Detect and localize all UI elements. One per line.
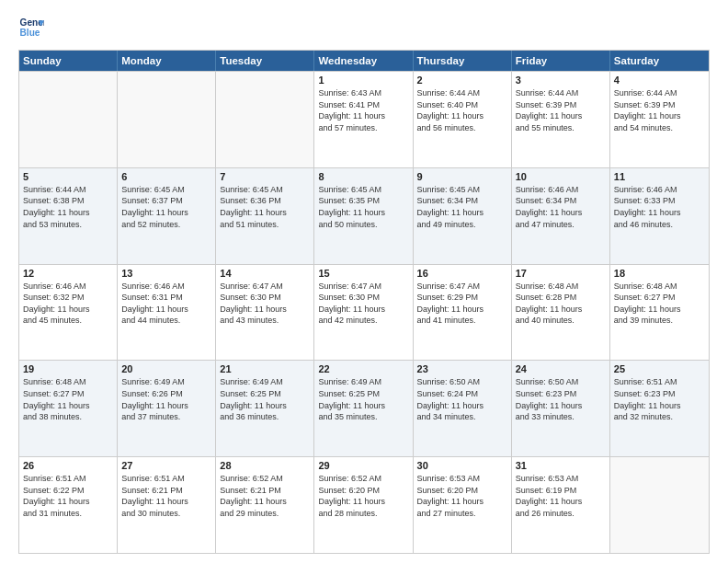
calendar-day: 31Sunrise: 6:53 AM Sunset: 6:19 PM Dayli… — [512, 457, 610, 553]
day-info: Sunrise: 6:52 AM Sunset: 6:21 PM Dayligh… — [220, 473, 310, 519]
day-number: 25 — [614, 363, 705, 374]
weekday-header: Wednesday — [314, 51, 413, 71]
calendar-day: 26Sunrise: 6:51 AM Sunset: 6:22 PM Dayli… — [19, 457, 118, 553]
day-number: 15 — [318, 268, 408, 279]
day-number: 23 — [417, 363, 507, 374]
day-info: Sunrise: 6:51 AM Sunset: 6:22 PM Dayligh… — [23, 473, 113, 519]
day-number: 8 — [318, 171, 408, 182]
calendar-day: 21Sunrise: 6:49 AM Sunset: 6:25 PM Dayli… — [216, 361, 314, 456]
day-info: Sunrise: 6:46 AM Sunset: 6:34 PM Dayligh… — [516, 184, 606, 230]
day-info: Sunrise: 6:44 AM Sunset: 6:38 PM Dayligh… — [23, 184, 113, 230]
day-info: Sunrise: 6:48 AM Sunset: 6:27 PM Dayligh… — [23, 376, 113, 422]
calendar-day: 17Sunrise: 6:48 AM Sunset: 6:28 PM Dayli… — [512, 265, 610, 361]
day-number: 20 — [121, 363, 211, 374]
day-info: Sunrise: 6:49 AM Sunset: 6:25 PM Dayligh… — [220, 376, 310, 422]
calendar-row: 26Sunrise: 6:51 AM Sunset: 6:22 PM Dayli… — [19, 456, 709, 553]
calendar-day: 12Sunrise: 6:46 AM Sunset: 6:32 PM Dayli… — [19, 265, 118, 361]
day-number: 27 — [121, 460, 211, 471]
weekday-header: Thursday — [414, 51, 512, 71]
day-number: 28 — [220, 460, 310, 471]
day-number: 22 — [318, 363, 408, 374]
day-number: 10 — [516, 171, 606, 182]
day-info: Sunrise: 6:47 AM Sunset: 6:29 PM Dayligh… — [417, 281, 507, 327]
weekday-header: Sunday — [19, 51, 118, 71]
calendar-header: SundayMondayTuesdayWednesdayThursdayFrid… — [19, 51, 709, 71]
day-number: 17 — [516, 268, 606, 279]
calendar-day: 28Sunrise: 6:52 AM Sunset: 6:21 PM Dayli… — [216, 457, 314, 553]
day-info: Sunrise: 6:45 AM Sunset: 6:35 PM Dayligh… — [318, 184, 408, 230]
day-info: Sunrise: 6:50 AM Sunset: 6:23 PM Dayligh… — [516, 376, 606, 422]
calendar-row: 12Sunrise: 6:46 AM Sunset: 6:32 PM Dayli… — [19, 264, 709, 361]
day-number: 30 — [417, 460, 507, 471]
day-info: Sunrise: 6:53 AM Sunset: 6:19 PM Dayligh… — [516, 473, 606, 519]
day-number: 5 — [23, 171, 113, 182]
calendar-day: 24Sunrise: 6:50 AM Sunset: 6:23 PM Dayli… — [512, 361, 610, 456]
calendar-day: 25Sunrise: 6:51 AM Sunset: 6:23 PM Dayli… — [610, 361, 709, 456]
calendar-day: 7Sunrise: 6:45 AM Sunset: 6:36 PM Daylig… — [216, 168, 314, 264]
day-info: Sunrise: 6:51 AM Sunset: 6:23 PM Dayligh… — [614, 376, 705, 422]
day-info: Sunrise: 6:49 AM Sunset: 6:25 PM Dayligh… — [318, 376, 408, 422]
calendar-day: 16Sunrise: 6:47 AM Sunset: 6:29 PM Dayli… — [414, 265, 512, 361]
calendar-day: 3Sunrise: 6:44 AM Sunset: 6:39 PM Daylig… — [512, 72, 610, 167]
day-info: Sunrise: 6:46 AM Sunset: 6:31 PM Dayligh… — [121, 281, 211, 327]
calendar-day: 30Sunrise: 6:53 AM Sunset: 6:20 PM Dayli… — [414, 457, 512, 553]
day-info: Sunrise: 6:44 AM Sunset: 6:39 PM Dayligh… — [516, 87, 606, 133]
day-info: Sunrise: 6:45 AM Sunset: 6:34 PM Dayligh… — [417, 184, 507, 230]
day-number: 29 — [318, 460, 408, 471]
day-number: 31 — [516, 460, 606, 471]
header: General Blue — [18, 15, 710, 40]
calendar-day: 20Sunrise: 6:49 AM Sunset: 6:26 PM Dayli… — [118, 361, 216, 456]
day-number: 4 — [614, 75, 705, 86]
day-number: 7 — [220, 171, 310, 182]
empty-day — [19, 72, 118, 167]
calendar-day: 1Sunrise: 6:43 AM Sunset: 6:41 PM Daylig… — [314, 72, 413, 167]
calendar-row: 19Sunrise: 6:48 AM Sunset: 6:27 PM Dayli… — [19, 360, 709, 456]
calendar-day: 19Sunrise: 6:48 AM Sunset: 6:27 PM Dayli… — [19, 361, 118, 456]
logo-icon: General Blue — [18, 15, 44, 40]
day-info: Sunrise: 6:44 AM Sunset: 6:40 PM Dayligh… — [417, 87, 507, 133]
day-number: 14 — [220, 268, 310, 279]
day-number: 16 — [417, 268, 507, 279]
calendar-day: 15Sunrise: 6:47 AM Sunset: 6:30 PM Dayli… — [314, 265, 413, 361]
calendar-day: 14Sunrise: 6:47 AM Sunset: 6:30 PM Dayli… — [216, 265, 314, 361]
calendar-day: 10Sunrise: 6:46 AM Sunset: 6:34 PM Dayli… — [512, 168, 610, 264]
day-info: Sunrise: 6:47 AM Sunset: 6:30 PM Dayligh… — [318, 281, 408, 327]
day-info: Sunrise: 6:45 AM Sunset: 6:36 PM Dayligh… — [220, 184, 310, 230]
day-number: 3 — [516, 75, 606, 86]
svg-text:Blue: Blue — [20, 28, 40, 38]
day-info: Sunrise: 6:46 AM Sunset: 6:32 PM Dayligh… — [23, 281, 113, 327]
day-number: 19 — [23, 363, 113, 374]
day-info: Sunrise: 6:51 AM Sunset: 6:21 PM Dayligh… — [121, 473, 211, 519]
calendar-day: 22Sunrise: 6:49 AM Sunset: 6:25 PM Dayli… — [314, 361, 413, 456]
weekday-header: Tuesday — [216, 51, 314, 71]
calendar-day: 9Sunrise: 6:45 AM Sunset: 6:34 PM Daylig… — [414, 168, 512, 264]
calendar-body: 1Sunrise: 6:43 AM Sunset: 6:41 PM Daylig… — [19, 71, 709, 553]
logo: General Blue — [18, 15, 44, 40]
calendar-day: 27Sunrise: 6:51 AM Sunset: 6:21 PM Dayli… — [118, 457, 216, 553]
empty-day — [118, 72, 216, 167]
day-number: 2 — [417, 75, 507, 86]
day-info: Sunrise: 6:48 AM Sunset: 6:27 PM Dayligh… — [614, 281, 705, 327]
day-number: 13 — [121, 268, 211, 279]
day-info: Sunrise: 6:49 AM Sunset: 6:26 PM Dayligh… — [121, 376, 211, 422]
empty-day — [216, 72, 314, 167]
weekday-header: Friday — [512, 51, 610, 71]
calendar-day: 2Sunrise: 6:44 AM Sunset: 6:40 PM Daylig… — [414, 72, 512, 167]
weekday-header: Monday — [118, 51, 216, 71]
day-number: 9 — [417, 171, 507, 182]
day-number: 18 — [614, 268, 705, 279]
calendar: SundayMondayTuesdayWednesdayThursdayFrid… — [18, 50, 710, 554]
day-number: 1 — [318, 75, 408, 86]
day-number: 11 — [614, 171, 705, 182]
day-number: 26 — [23, 460, 113, 471]
day-info: Sunrise: 6:45 AM Sunset: 6:37 PM Dayligh… — [121, 184, 211, 230]
day-info: Sunrise: 6:53 AM Sunset: 6:20 PM Dayligh… — [417, 473, 507, 519]
calendar-day: 11Sunrise: 6:46 AM Sunset: 6:33 PM Dayli… — [610, 168, 709, 264]
calendar-day: 6Sunrise: 6:45 AM Sunset: 6:37 PM Daylig… — [118, 168, 216, 264]
day-number: 6 — [121, 171, 211, 182]
calendar-day: 4Sunrise: 6:44 AM Sunset: 6:39 PM Daylig… — [610, 72, 709, 167]
calendar-day: 13Sunrise: 6:46 AM Sunset: 6:31 PM Dayli… — [118, 265, 216, 361]
day-info: Sunrise: 6:47 AM Sunset: 6:30 PM Dayligh… — [220, 281, 310, 327]
day-number: 24 — [516, 363, 606, 374]
calendar-day: 29Sunrise: 6:52 AM Sunset: 6:20 PM Dayli… — [314, 457, 413, 553]
